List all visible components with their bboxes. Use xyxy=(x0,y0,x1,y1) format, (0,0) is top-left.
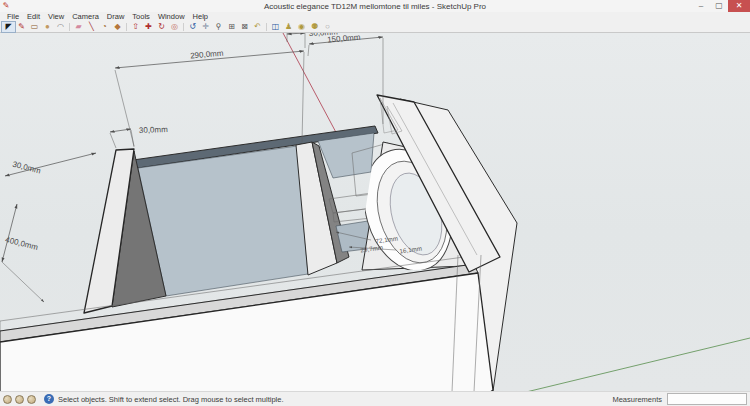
window-title: Acoustic elegance TD12M mellomtone til m… xyxy=(0,2,750,11)
walk-tool-icon[interactable]: ⚉ xyxy=(308,22,321,32)
make-component-tool-icon[interactable]: ◫ xyxy=(269,22,282,32)
right-chamber-back-panel[interactable] xyxy=(318,133,374,178)
menu-camera[interactable]: Camera xyxy=(68,12,103,22)
line-tool-icon[interactable]: ✎ xyxy=(15,22,28,32)
paint-bucket-tool-icon[interactable]: ◆ xyxy=(111,22,124,32)
offset-tool-icon[interactable]: ◎ xyxy=(168,22,181,32)
status-hint-text: Select objects. Shift to extend select. … xyxy=(58,395,284,404)
previous-view-tool-icon[interactable]: ↶ xyxy=(251,22,264,32)
ext-150-left xyxy=(308,45,309,56)
credits-icon[interactable] xyxy=(15,395,24,404)
toolbar-separator xyxy=(126,23,127,31)
zoom-tool-icon[interactable]: ⚲ xyxy=(212,22,225,32)
eraser-tool-icon[interactable]: ▰ xyxy=(72,22,85,32)
zoom-window-tool-icon[interactable]: ⊞ xyxy=(225,22,238,32)
protractor-tool-icon[interactable]: ◔ xyxy=(98,22,111,32)
dimension-label-400[interactable]: 400,0mm xyxy=(4,235,39,252)
look-around-tool-icon[interactable]: ◉ xyxy=(295,22,308,32)
back-panel-blue[interactable] xyxy=(138,146,308,296)
maximize-button[interactable]: ▢ xyxy=(710,0,728,12)
arc-tool-icon[interactable]: ◠ xyxy=(54,22,67,32)
speaker-cabinet-model[interactable] xyxy=(0,95,517,392)
pan-tool-icon[interactable]: ✛ xyxy=(199,22,212,32)
menu-view[interactable]: View xyxy=(44,12,68,22)
section-plane-tool-icon[interactable]: ○ xyxy=(321,22,334,32)
push-pull-tool-icon[interactable]: ⇧ xyxy=(129,22,142,32)
toolbar: ◤✎▭●◠▰╲◔◆⇧✚↻◎↺✛⚲⊞⊠↶◫♟◉⚉○ xyxy=(0,22,750,33)
help-icon[interactable]: ? xyxy=(44,394,54,404)
model-svg[interactable]: 290,0mm 30,0mm 150,0mm 30,0mm 30,0mm 400… xyxy=(0,33,750,392)
move-tool-icon[interactable]: ✚ xyxy=(142,22,155,32)
menu-window[interactable]: Window xyxy=(154,12,189,22)
sketchup-window: { "window": { "title": "Acoustic eleganc… xyxy=(0,0,750,406)
dim-line-400[interactable] xyxy=(2,204,17,262)
window-controls: – ▢ ✕ xyxy=(692,0,750,12)
claim-credit-icon[interactable] xyxy=(27,395,36,404)
title-bar: ✎ Acoustic elegance TD12M mellomtone til… xyxy=(0,0,750,12)
toolbar-separator xyxy=(183,23,184,31)
ext-290-right xyxy=(302,52,304,142)
tape-measure-tool-icon[interactable]: ╲ xyxy=(85,22,98,32)
rectangle-tool-icon[interactable]: ▭ xyxy=(28,22,41,32)
dim-line-30-top[interactable] xyxy=(287,33,305,34)
close-button[interactable]: ✕ xyxy=(728,0,750,12)
menu-tools[interactable]: Tools xyxy=(128,12,154,22)
front-wall-outer-face[interactable] xyxy=(0,273,493,392)
ext-290-left xyxy=(115,70,134,146)
green-axis-line xyxy=(522,338,750,392)
menu-bar: File Edit View Camera Draw Tools Window … xyxy=(0,12,750,22)
toolbar-separator xyxy=(69,23,70,31)
menu-draw[interactable]: Draw xyxy=(103,12,129,22)
dim-line-30-left-top[interactable] xyxy=(110,129,131,132)
red-construction-line[interactable] xyxy=(283,33,339,138)
orbit-tool-icon[interactable]: ↺ xyxy=(186,22,199,32)
toolbar-separator xyxy=(266,23,267,31)
position-camera-tool-icon[interactable]: ♟ xyxy=(282,22,295,32)
measurements-input[interactable] xyxy=(667,393,747,405)
geolocation-icon[interactable] xyxy=(3,395,12,404)
circle-tool-icon[interactable]: ● xyxy=(41,22,54,32)
rotate-tool-icon[interactable]: ↻ xyxy=(155,22,168,32)
dimension-label-30-left-top[interactable]: 30,0mm xyxy=(139,125,169,135)
minimize-button[interactable]: – xyxy=(692,0,710,12)
ext-30lt-a xyxy=(110,133,116,148)
ext-400 xyxy=(2,262,44,302)
menu-edit[interactable]: Edit xyxy=(23,12,44,22)
measurements-label: Measurements xyxy=(612,395,662,404)
dimension-label-150[interactable]: 150,0mm xyxy=(327,33,361,44)
zoom-extents-tool-icon[interactable]: ⊠ xyxy=(238,22,251,32)
drawing-viewport[interactable]: 290,0mm 30,0mm 150,0mm 30,0mm 30,0mm 400… xyxy=(0,33,750,392)
menu-help[interactable]: Help xyxy=(189,12,212,22)
menu-file[interactable]: File xyxy=(3,12,23,22)
ext-30lt-b xyxy=(131,130,134,147)
status-bar: ? Select objects. Shift to extend select… xyxy=(0,391,750,406)
select-tool-icon[interactable]: ◤ xyxy=(2,22,15,32)
